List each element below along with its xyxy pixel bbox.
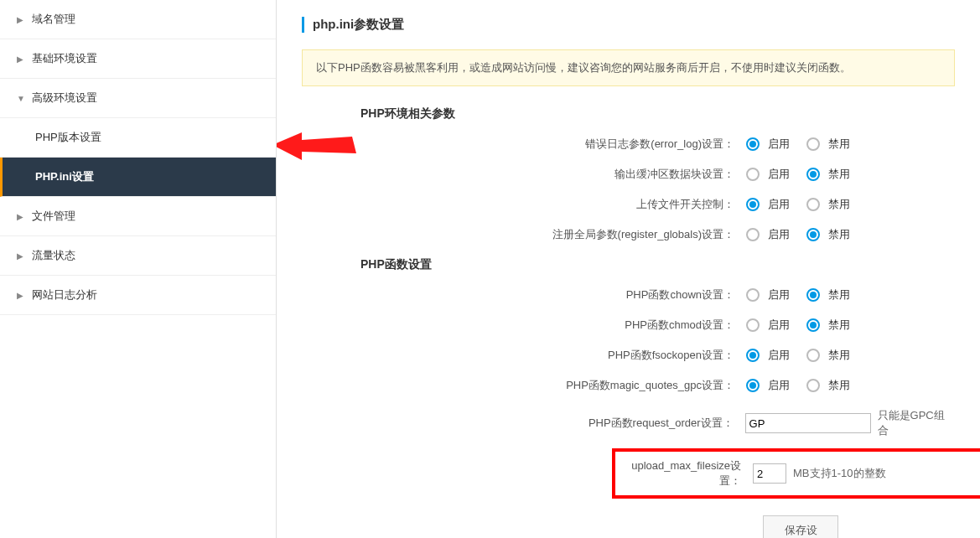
form-row: 错误日志参数(error_log)设置：启用禁用 [302,137,955,152]
form-label: 注册全局参数(register_globals)设置： [302,227,746,242]
form-controls: 启用禁用 [746,287,862,303]
form-controls: 启用禁用 [746,227,862,242]
form-controls: 启用禁用 [746,137,862,152]
radio-disable[interactable] [806,168,820,181]
sidebar-item-advanced-env[interactable]: ▼ 高级环境设置 [0,79,276,118]
sidebar: ▶ 域名管理 ▶ 基础环境设置 ▼ 高级环境设置 PHP版本设置 PHP.ini… [0,0,277,538]
form-label: upload_max_filesize设置： [619,458,753,489]
highlight-box: upload_max_filesize设置： MB支持1-10的整数 [612,448,980,499]
form-label: PHP函数chown设置： [302,287,746,303]
radio-disable[interactable] [806,198,820,211]
section-title-func: PHP函数设置 [360,257,955,272]
radio-disable[interactable] [806,318,820,332]
sidebar-item-label: 网站日志分析 [32,287,97,303]
form-row: 上传文件开关控制：启用禁用 [302,197,955,212]
radio-label-enable: 启用 [768,197,790,212]
form-row: 注册全局参数(register_globals)设置：启用禁用 [302,227,955,242]
sidebar-item-label: PHP.ini设置 [35,170,94,183]
form-controls: 启用禁用 [746,318,862,333]
radio-label-enable: 启用 [768,227,790,242]
radio-enable[interactable] [746,318,760,332]
hint-text: MB支持1-10的整数 [793,466,886,481]
caret-right-icon: ▶ [17,212,25,221]
form-row: PHP函数magic_quotes_gpc设置：启用禁用 [302,378,955,393]
sidebar-item-traffic[interactable]: ▶ 流量状态 [0,236,276,276]
sidebar-item-label: 文件管理 [32,209,75,224]
radio-label-enable: 启用 [768,137,790,152]
radio-disable[interactable] [806,349,820,362]
form-controls: 启用禁用 [746,167,862,182]
radio-enable[interactable] [746,288,760,302]
caret-right-icon: ▶ [17,15,25,24]
form-label: 输出缓冲区数据块设置： [302,167,746,182]
sidebar-item-logs[interactable]: ▶ 网站日志分析 [0,276,276,315]
radio-label-enable: 启用 [768,378,790,393]
form-controls: 启用禁用 [746,348,862,363]
caret-right-icon: ▶ [17,251,25,261]
sidebar-item-php-ini[interactable]: PHP.ini设置 [0,158,276,197]
radio-disable[interactable] [806,379,820,392]
radio-label-disable: 禁用 [828,378,850,393]
sidebar-item-label: 高级环境设置 [32,91,97,106]
form-row: PHP函数chmod设置：启用禁用 [302,318,955,333]
upload-max-input[interactable] [753,463,786,484]
sidebar-item-label: 域名管理 [32,12,75,27]
sidebar-item-label: 基础环境设置 [32,51,97,66]
radio-label-disable: 禁用 [828,287,850,303]
radio-enable[interactable] [746,228,760,241]
form-row: PHP函数fsockopen设置：启用禁用 [302,348,955,363]
radio-label-enable: 启用 [768,167,790,182]
radio-label-disable: 禁用 [828,137,850,152]
radio-label-disable: 禁用 [828,348,850,363]
caret-right-icon: ▶ [17,54,25,64]
sidebar-item-label: PHP版本设置 [35,131,101,143]
form-label: 上传文件开关控制： [302,197,746,212]
save-button[interactable]: 保存设置 [763,515,838,538]
sidebar-item-domain[interactable]: ▶ 域名管理 [0,0,276,39]
form-label: 错误日志参数(error_log)设置： [302,137,746,152]
radio-enable[interactable] [746,198,760,211]
radio-label-enable: 启用 [768,287,790,303]
radio-disable[interactable] [806,137,820,151]
radio-disable[interactable] [806,288,820,302]
form-controls: 启用禁用 [746,378,862,393]
radio-label-disable: 禁用 [828,197,850,212]
radio-enable[interactable] [746,379,760,392]
row-request-order: PHP函数request_order设置： 只能是GPC组合 [302,408,955,438]
main-content: php.ini参数设置 以下PHP函数容易被黑客利用，或造成网站访问慢，建议咨询… [277,0,980,538]
hint-text: 只能是GPC组合 [878,408,955,438]
section-title-env: PHP环境相关参数 [360,106,955,122]
form-label: PHP函数chmod设置： [302,318,746,333]
radio-label-disable: 禁用 [828,318,850,333]
form-controls: 启用禁用 [746,197,862,212]
radio-label-disable: 禁用 [828,167,850,182]
radio-enable[interactable] [746,137,760,151]
sidebar-item-label: 流量状态 [32,248,75,263]
form-label: PHP函数magic_quotes_gpc设置： [302,378,746,393]
radio-enable[interactable] [746,349,760,362]
page-title: php.ini参数设置 [302,17,955,33]
form-label: PHP函数fsockopen设置： [302,348,746,363]
form-row: 输出缓冲区数据块设置：启用禁用 [302,167,955,182]
radio-disable[interactable] [806,228,820,241]
form-label: PHP函数request_order设置： [302,416,745,431]
sidebar-item-php-version[interactable]: PHP版本设置 [0,118,276,158]
radio-label-disable: 禁用 [828,227,850,242]
request-order-input[interactable] [745,413,871,433]
radio-label-enable: 启用 [768,318,790,333]
caret-right-icon: ▶ [17,291,25,300]
sidebar-item-files[interactable]: ▶ 文件管理 [0,197,276,236]
form-row: PHP函数chown设置：启用禁用 [302,287,955,303]
warning-banner: 以下PHP函数容易被黑客利用，或造成网站访问慢，建议咨询您的网站服务商后开启，不… [302,49,955,86]
sidebar-item-basic-env[interactable]: ▶ 基础环境设置 [0,39,276,79]
row-upload-max: upload_max_filesize设置： MB支持1-10的整数 [619,458,980,489]
radio-label-enable: 启用 [768,348,790,363]
caret-down-icon: ▼ [17,94,25,103]
radio-enable[interactable] [746,168,760,181]
